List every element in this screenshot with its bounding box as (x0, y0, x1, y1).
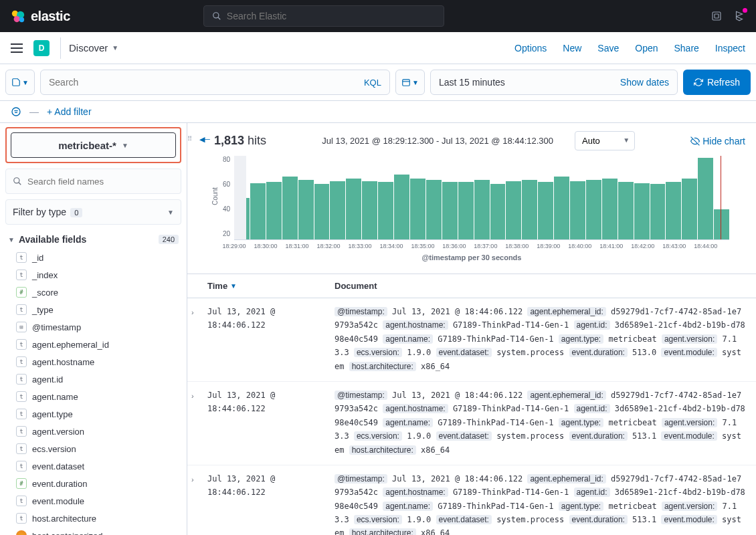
chart-bar[interactable] (666, 182, 681, 239)
appbar-action-new[interactable]: New (563, 43, 581, 54)
col-time-header[interactable]: Time ▼ (207, 281, 335, 291)
chart-bar[interactable] (650, 184, 666, 239)
field-search-input[interactable] (27, 177, 174, 187)
chart-bar[interactable] (602, 179, 618, 239)
date-range-box[interactable]: Last 15 minutes Show dates (430, 70, 678, 95)
saved-query-button[interactable]: ▼ (5, 70, 35, 95)
global-search-input[interactable] (227, 11, 436, 21)
field-type-icon (16, 530, 27, 535)
space-avatar[interactable]: D (33, 40, 50, 56)
query-input[interactable] (49, 77, 364, 88)
chart-bar[interactable] (538, 182, 553, 239)
field-item[interactable]: tagent.version (5, 423, 181, 440)
chart-bar[interactable] (362, 181, 377, 240)
global-search[interactable] (203, 5, 444, 27)
field-list: t_idt_index#_scoret_type⊞@timestamptagen… (5, 249, 181, 535)
field-name: agent.name (32, 392, 78, 402)
field-name: agent.version (32, 427, 84, 437)
field-item[interactable]: tagent.id (5, 370, 181, 388)
field-item[interactable]: t_id (5, 249, 181, 266)
field-item[interactable]: thost.architecture (5, 510, 181, 527)
chart-bar[interactable] (346, 179, 361, 239)
expand-row-icon[interactable]: › (191, 390, 194, 403)
field-type-icon: t (16, 356, 27, 367)
chart-bar[interactable] (554, 177, 569, 239)
field-item[interactable]: #event.duration (5, 475, 181, 492)
collapse-sidebar-icon[interactable]: ◀─ (199, 135, 210, 144)
field-item[interactable]: tagent.type (5, 405, 181, 423)
appbar-action-save[interactable]: Save (597, 43, 619, 54)
newsfeed-icon[interactable] (711, 10, 723, 22)
refresh-button[interactable]: Refresh (683, 70, 751, 95)
app-title[interactable]: Discover ▼ (69, 42, 118, 54)
field-item[interactable]: tevent.dataset (5, 457, 181, 475)
appbar-action-options[interactable]: Options (514, 43, 547, 54)
field-search[interactable] (5, 169, 181, 194)
elastic-logo-icon (11, 9, 25, 23)
field-item[interactable]: t_index (5, 266, 181, 284)
chart-bar[interactable] (298, 180, 314, 239)
field-item[interactable]: #_score (5, 284, 181, 301)
add-filter-button[interactable]: + Add filter (47, 106, 92, 117)
filter-settings-icon[interactable] (11, 106, 21, 117)
chart-bar[interactable] (410, 179, 426, 239)
field-name: _id (32, 253, 43, 263)
available-fields-header[interactable]: ▼Available fields 240 (5, 230, 181, 249)
chart-bar[interactable] (522, 180, 537, 239)
appbar-action-share[interactable]: Share (674, 43, 699, 54)
chart-bar[interactable] (714, 209, 729, 239)
field-item[interactable]: ⊞@timestamp (5, 318, 181, 336)
interval-select[interactable]: Auto (575, 131, 635, 150)
field-item[interactable]: tecs.version (5, 440, 181, 457)
chart-bar[interactable] (458, 182, 474, 239)
drag-handle-icon[interactable]: ⠿ (187, 135, 193, 142)
kql-toggle[interactable]: KQL (364, 78, 381, 88)
chart-bar[interactable] (330, 181, 345, 240)
chart-bar[interactable] (586, 180, 601, 239)
chart-bar[interactable] (314, 184, 330, 239)
field-item[interactable]: t_type (5, 301, 181, 318)
field-item[interactable]: host.containerized (5, 527, 181, 535)
chart-bar[interactable] (506, 181, 521, 240)
chart-bar[interactable] (282, 177, 298, 239)
hide-chart-button[interactable]: Hide chart (690, 136, 745, 146)
filter-by-type[interactable]: Filter by type0 ▼ (5, 199, 181, 225)
chart-bar[interactable] (394, 175, 409, 239)
chart-bar[interactable] (234, 198, 250, 240)
svg-line-15 (19, 183, 21, 185)
chart-bar[interactable] (474, 180, 490, 239)
appbar-action-open[interactable]: Open (635, 43, 658, 54)
chart-bar[interactable] (682, 179, 697, 239)
chart-bar[interactable] (570, 181, 585, 240)
help-icon[interactable] (733, 10, 745, 22)
chart-bar[interactable] (426, 180, 442, 239)
chart-bar[interactable] (266, 182, 282, 239)
field-item[interactable]: tagent.ephemeral_id (5, 336, 181, 353)
brand-logo[interactable]: elastic (11, 9, 70, 24)
chart-bar[interactable] (250, 183, 266, 239)
field-type-icon: t (16, 304, 27, 315)
appbar-action-inspect[interactable]: Inspect (715, 43, 745, 54)
histogram-chart[interactable]: Count 80604020 18:29:0018:30:0018:31:001… (187, 153, 756, 267)
divider (60, 37, 61, 59)
date-quick-button[interactable]: ▼ (395, 70, 425, 95)
field-name: _score (32, 288, 58, 298)
menu-icon[interactable] (11, 43, 23, 53)
chart-bar[interactable] (490, 184, 506, 239)
chart-bar[interactable] (698, 158, 713, 239)
query-input-box[interactable]: KQL (40, 70, 390, 95)
field-item[interactable]: tevent.module (5, 492, 181, 510)
show-dates-link[interactable]: Show dates (620, 77, 669, 88)
field-item[interactable]: tagent.hostname (5, 353, 181, 370)
field-item[interactable]: tagent.name (5, 388, 181, 405)
field-name: ecs.version (32, 444, 76, 454)
svg-point-2 (14, 16, 20, 22)
chart-bar[interactable] (442, 182, 458, 239)
chart-bar[interactable] (618, 182, 634, 239)
expand-row-icon[interactable]: › (191, 306, 194, 319)
chart-bar[interactable] (634, 183, 650, 239)
chart-bar[interactable] (378, 182, 393, 239)
col-document-header[interactable]: Document (335, 281, 745, 291)
index-pattern-select[interactable]: metricbeat-* ▼ (11, 132, 176, 158)
expand-row-icon[interactable]: › (191, 473, 194, 486)
